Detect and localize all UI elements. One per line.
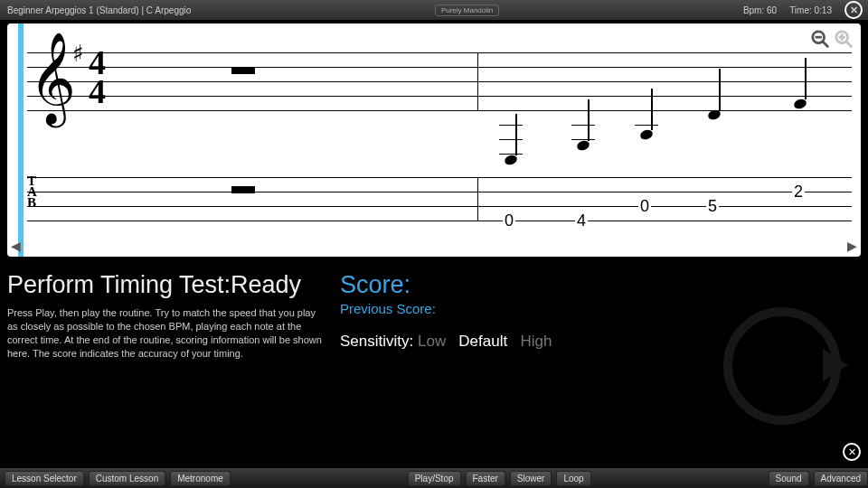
key-signature-sharp: ♯ (72, 40, 84, 68)
tab-barline (477, 177, 478, 221)
faster-button[interactable]: Faster (466, 471, 505, 486)
zoom-controls (810, 29, 854, 49)
close-icon[interactable]: ✕ (844, 1, 863, 19)
bpm-readout: Bpm: 60 (743, 5, 777, 15)
custom-lesson-button[interactable]: Custom Lesson (89, 471, 165, 486)
standard-staff (27, 52, 852, 125)
metronome-button[interactable]: Metronome (170, 471, 231, 486)
note-1 (505, 155, 517, 164)
tab-fret-2: 4 (575, 211, 588, 230)
title-bar: Beginner Arpeggios 1 (Standard) | C Arpe… (0, 0, 868, 20)
tab-fret-3: 0 (638, 197, 651, 216)
tab-fret-4: 5 (706, 197, 719, 216)
sensitivity-high[interactable]: High (520, 333, 552, 350)
time-sig-bot: 4 (89, 78, 106, 105)
tab-rest (231, 186, 255, 193)
next-page-icon[interactable]: ▶ (847, 239, 857, 253)
sensitivity-row: Sensitivity: Low Default High (340, 333, 552, 351)
footer-bar: Lesson Selector Custom Lesson Metronome … (0, 468, 868, 488)
sound-button[interactable]: Sound (769, 471, 809, 486)
tab-staff (27, 177, 852, 221)
sensitivity-default[interactable]: Default (458, 333, 507, 350)
note-5 (794, 99, 807, 108)
note-3 (640, 130, 653, 139)
loop-button[interactable]: Loop (556, 471, 590, 486)
app-name-badge: Purely Mandolin (435, 5, 499, 16)
note-4 (708, 110, 721, 119)
zoom-in-icon[interactable] (834, 29, 854, 49)
panel-close-icon[interactable]: ✕ (843, 443, 861, 461)
svg-line-1 (823, 42, 828, 47)
note-2 (577, 141, 590, 150)
tab-fret-5: 2 (792, 183, 805, 202)
panel-heading: Perform Timing Test:Ready (7, 271, 333, 299)
whole-rest (231, 67, 255, 74)
prev-page-icon[interactable]: ◀ (11, 239, 21, 253)
tab-label: T A B (27, 175, 37, 208)
notation-panel: 𝄞 ♯ 4 4 T A B 0 4 0 5 2 ◀ ▶ (7, 23, 861, 257)
play-next-icon[interactable] (723, 307, 841, 425)
lesson-title: Beginner Arpeggios 1 (Standard) | C Arpe… (7, 5, 191, 15)
zoom-out-icon[interactable] (810, 29, 830, 49)
play-stop-button[interactable]: Play/Stop (408, 471, 461, 486)
playhead-highlight (18, 23, 24, 257)
sensitivity-low[interactable]: Low (418, 333, 446, 350)
svg-line-4 (846, 42, 852, 47)
treble-clef-icon: 𝄞 (29, 33, 76, 126)
tab-fret-1: 0 (503, 211, 515, 230)
advanced-button[interactable]: Advanced (814, 471, 868, 486)
score-label: Score: (340, 271, 552, 299)
slower-button[interactable]: Slower (510, 471, 552, 486)
lesson-selector-button[interactable]: Lesson Selector (5, 471, 84, 486)
barline (477, 52, 478, 110)
time-readout: Time: 0:13 (789, 5, 832, 15)
previous-score-label: Previous Score: (340, 301, 552, 316)
panel-body: Press Play, then play the routine. Try t… (7, 306, 324, 361)
